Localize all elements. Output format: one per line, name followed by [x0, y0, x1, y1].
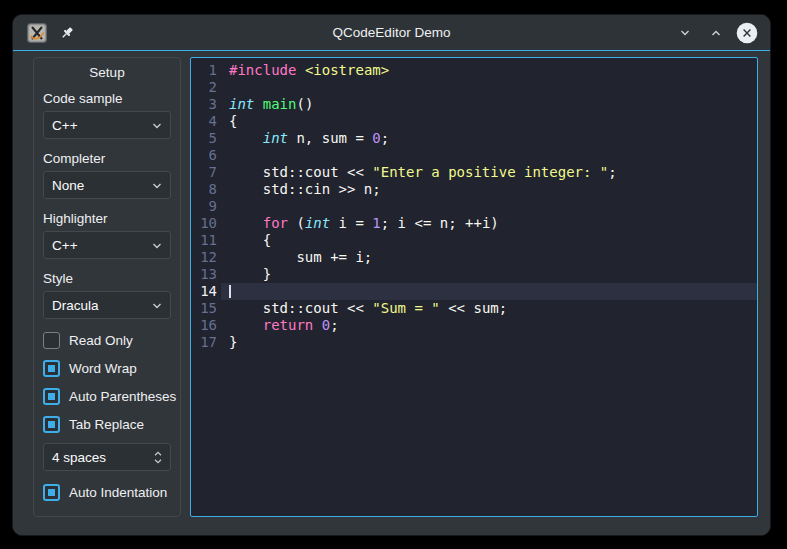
checkbox-unchecked-icon	[43, 332, 60, 349]
code-token: return	[263, 317, 314, 333]
code-token: int	[263, 130, 288, 146]
code-sample-combobox[interactable]: C++	[43, 111, 171, 139]
highlighter-combobox[interactable]: C++	[43, 231, 171, 259]
code-sample-label: Code sample	[43, 91, 171, 106]
code-token: }	[229, 334, 237, 350]
word-wrap-checkbox[interactable]: Word Wrap	[43, 359, 171, 377]
code-lines: 1#include <iostream>23int main()4{5 int …	[191, 58, 757, 351]
code-token: (	[288, 215, 305, 231]
line-text: std::cout << "Sum = " << sum;	[221, 300, 757, 317]
maximize-button[interactable]	[705, 22, 727, 44]
chevron-up-icon[interactable]	[153, 451, 163, 457]
window-content: Setup Code sampleC++CompleterNoneHighlig…	[13, 51, 770, 536]
titlebar[interactable]: QCodeEditor Demo	[13, 15, 770, 51]
tab-size-value: 4 spaces	[44, 450, 153, 465]
line-number: 14	[191, 283, 221, 300]
code-token: main	[263, 96, 297, 112]
code-token: std::cout <<	[229, 164, 372, 180]
text-cursor	[229, 285, 231, 298]
code-token: ;	[608, 164, 616, 180]
chevron-down-icon[interactable]	[153, 458, 163, 464]
line-number: 10	[191, 215, 221, 232]
tab-size-spin-buttons	[153, 451, 163, 464]
line-number: 16	[191, 317, 221, 334]
read-only-checkbox[interactable]: Read Only	[43, 331, 171, 349]
line-text: int main()	[221, 96, 757, 113]
line-number: 6	[191, 147, 221, 164]
checkbox-mark	[48, 421, 55, 428]
line-number: 2	[191, 79, 221, 96]
code-token: 1	[372, 215, 380, 231]
code-token: ; i <= n; ++i)	[381, 215, 499, 231]
code-token: sum += i;	[229, 249, 372, 265]
app-window: QCodeEditor Demo	[12, 14, 771, 536]
code-line-7[interactable]: 7 std::cout << "Enter a positive integer…	[191, 164, 757, 181]
line-text: }	[221, 266, 757, 283]
highlighter-value: C++	[44, 238, 152, 253]
read-only-label: Read Only	[69, 333, 133, 348]
code-token: {	[229, 113, 237, 129]
code-token: 0	[372, 130, 380, 146]
auto-parentheses-checkbox[interactable]: Auto Parentheses	[43, 387, 171, 405]
code-line-13[interactable]: 13 }	[191, 266, 757, 283]
completer-combobox[interactable]: None	[43, 171, 171, 199]
line-text: {	[221, 113, 757, 130]
app-icon	[27, 23, 47, 43]
auto-indentation-checkbox[interactable]: Auto Indentation	[43, 483, 171, 501]
code-line-14[interactable]: 14	[191, 283, 757, 300]
close-button[interactable]	[736, 22, 758, 44]
code-line-2[interactable]: 2	[191, 79, 757, 96]
line-text: return 0;	[221, 317, 757, 334]
completer-value: None	[44, 178, 152, 193]
tab-replace-checkbox[interactable]: Tab Replace	[43, 415, 171, 433]
pin-icon[interactable]	[59, 25, 75, 41]
code-token	[229, 215, 263, 231]
line-text	[221, 198, 757, 215]
code-line-4[interactable]: 4{	[191, 113, 757, 130]
code-token: << sum;	[440, 300, 507, 316]
code-token: "Sum = "	[372, 300, 439, 316]
auto-indentation-label: Auto Indentation	[69, 485, 167, 500]
code-line-3[interactable]: 3int main()	[191, 96, 757, 113]
code-editor[interactable]: 1#include <iostream>23int main()4{5 int …	[190, 57, 758, 517]
line-text: sum += i;	[221, 249, 757, 266]
chevron-down-icon	[152, 122, 162, 129]
code-line-17[interactable]: 17}	[191, 334, 757, 351]
tab-size-spinbox[interactable]: 4 spaces	[43, 443, 171, 471]
code-line-8[interactable]: 8 std::cin >> n;	[191, 181, 757, 198]
code-line-6[interactable]: 6	[191, 147, 757, 164]
code-token: {	[229, 232, 271, 248]
code-token: #include	[229, 62, 296, 78]
code-line-10[interactable]: 10 for (int i = 1; i <= n; ++i)	[191, 215, 757, 232]
code-line-15[interactable]: 15 std::cout << "Sum = " << sum;	[191, 300, 757, 317]
line-number: 5	[191, 130, 221, 147]
style-combobox[interactable]: Dracula	[43, 291, 171, 319]
style-value: Dracula	[44, 298, 152, 313]
word-wrap-label: Word Wrap	[69, 361, 137, 376]
code-token	[254, 96, 262, 112]
line-number: 8	[191, 181, 221, 198]
code-line-16[interactable]: 16 return 0;	[191, 317, 757, 334]
chevron-down-icon	[152, 182, 162, 189]
code-token: int	[229, 96, 254, 112]
code-line-1[interactable]: 1#include <iostream>	[191, 62, 757, 79]
line-number: 12	[191, 249, 221, 266]
minimize-button[interactable]	[674, 22, 696, 44]
line-text: int n, sum = 0;	[221, 130, 757, 147]
line-text: {	[221, 232, 757, 249]
code-line-9[interactable]: 9	[191, 198, 757, 215]
code-line-12[interactable]: 12 sum += i;	[191, 249, 757, 266]
line-number: 4	[191, 113, 221, 130]
code-token	[313, 317, 321, 333]
chevron-down-icon	[152, 302, 162, 309]
code-line-11[interactable]: 11 {	[191, 232, 757, 249]
titlebar-left	[13, 23, 75, 43]
checkbox-checked-icon	[43, 360, 60, 377]
line-number: 15	[191, 300, 221, 317]
code-token: i =	[330, 215, 372, 231]
line-text	[221, 147, 757, 164]
checkbox-mark	[48, 393, 55, 400]
chevron-up-icon	[709, 26, 723, 40]
code-line-5[interactable]: 5 int n, sum = 0;	[191, 130, 757, 147]
line-number: 17	[191, 334, 221, 351]
